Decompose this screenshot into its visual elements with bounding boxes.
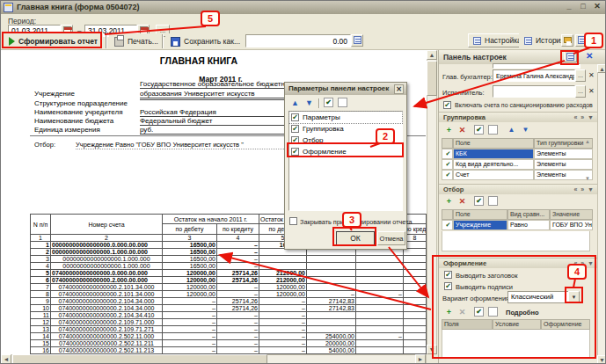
executor-input[interactable] (493, 85, 575, 98)
chevron-down-icon[interactable]: ▼ (568, 291, 580, 303)
cell-amount (404, 284, 427, 291)
grouping-grid[interactable]: ПолеТип группировки✔КБКЭлементы✔Код вида… (442, 138, 593, 180)
check-all-icon[interactable]: ✔ (324, 98, 333, 107)
table-row[interactable]: 1407400000000000000.2.502.11.000–––25400… (31, 333, 427, 340)
cell-amount: 120000,00 (163, 291, 217, 298)
move-up-icon[interactable]: ▲ (289, 98, 301, 109)
uncheck-all-icon[interactable] (488, 196, 498, 206)
item-checkbox[interactable]: ✔ (291, 125, 299, 133)
scroll-left-icon[interactable]: ◄ (1, 354, 11, 364)
show-signs-checkbox[interactable]: ✔ (444, 282, 452, 290)
chief-clear-icon[interactable]: ✕ (588, 71, 595, 79)
uncheck-all-icon[interactable] (488, 307, 498, 317)
add-icon[interactable]: + (443, 196, 455, 207)
grouping-row[interactable]: ✔КБКЭлементы (442, 149, 593, 159)
move-down-icon[interactable]: ▼ (520, 125, 531, 136)
delete-icon[interactable]: ✕ (456, 196, 468, 207)
cell-amount (356, 326, 404, 333)
chief-select-button[interactable]: ... (575, 69, 586, 82)
table-row[interactable]: 807400000000000000.2.101.34.000120000,00… (31, 291, 427, 298)
mail-icon[interactable] (561, 34, 573, 47)
table-row[interactable]: 1007400000000000000.2.104.34.000–25714,2… (31, 305, 427, 312)
table-row[interactable]: 1207400000000000000.2.109.71.000––– (31, 319, 427, 326)
close-button[interactable]: ✕ (591, 2, 603, 12)
check-all-icon[interactable]: ✔ (474, 196, 484, 206)
section-buttons-icon[interactable]: « » ▼ (573, 113, 595, 123)
executor-clear-icon[interactable]: ✕ (588, 87, 595, 95)
cell-amount (307, 270, 356, 277)
cell-amount (404, 333, 427, 340)
table-row[interactable]: 507400000000000000.0.000.00.000120000,00… (31, 270, 427, 277)
calculator-button[interactable] (351, 34, 363, 47)
check-all-icon[interactable]: ✔ (474, 125, 484, 135)
check-all-icon[interactable]: ✔ (474, 307, 484, 317)
table-row[interactable]: 907400000000000000.2.104.34.000–25714,26… (31, 298, 427, 305)
cell-amount: 27142,83 (307, 305, 356, 312)
table-row[interactable]: 1507400000000000000.2.502.11.211–––20000… (31, 340, 427, 347)
generate-report-button[interactable]: Сформировать отчет (4, 33, 103, 49)
cell-amount: – (217, 249, 259, 256)
dialog-close-icon[interactable]: ✕ (394, 84, 404, 94)
amount-input[interactable]: 0.00 (245, 34, 351, 47)
print-button[interactable]: Печать... (109, 33, 164, 49)
add-icon[interactable]: + (443, 307, 455, 318)
close-on-generate-checkbox[interactable] (289, 217, 297, 225)
filter-row[interactable]: ✔УчреждениеРавноГОБУ ВПО Уни... (442, 220, 593, 230)
item-checkbox[interactable]: ✔ (291, 148, 299, 156)
scroll-right-icon[interactable]: ► (415, 354, 426, 364)
move-up-icon[interactable]: ▲ (506, 125, 517, 136)
settings-button[interactable]: Настройка (468, 33, 527, 47)
filter-grid[interactable]: ПолеВид сравн...Значение✔УчреждениеРавно… (442, 209, 593, 230)
move-down-icon[interactable]: ▼ (303, 98, 315, 109)
add-icon[interactable]: + (443, 125, 455, 136)
scroll-down-icon[interactable]: ▼ (597, 355, 606, 364)
table-row[interactable]: 607400000000000000.2.000.00.000120000,00… (31, 277, 427, 284)
vscroll-thumb[interactable] (427, 61, 437, 96)
cell-amount (404, 319, 427, 326)
item-checkbox[interactable]: ✔ (291, 136, 299, 144)
grouping-row[interactable]: ✔СчетЭлементы (442, 170, 593, 180)
grid-scroll-down-icon[interactable]: ▼ (585, 176, 590, 181)
minimize-button[interactable]: _ (563, 2, 575, 12)
cell-amount: – (259, 340, 307, 347)
ok-button[interactable]: ОК (336, 231, 375, 245)
cell-account: 07400000000000000.2.109.71.000 (51, 319, 163, 326)
table-row[interactable]: 1107400000000000000.2.104.34.410––– (31, 312, 427, 319)
table-row[interactable]: 707400000000000000.2.101.34.000120000,00… (31, 284, 427, 291)
section-grouping-header[interactable]: Группировка« » ▼ (439, 112, 597, 122)
cell-amount: 54000,00 (307, 347, 356, 354)
design-variant-combo[interactable]: Классический (507, 291, 569, 303)
scroll-down-icon[interactable]: ▼ (427, 345, 437, 354)
delete-icon[interactable]: ✕ (456, 125, 468, 136)
table-row[interactable]: 400000000000000000.1.000.00016500,00– (31, 263, 427, 270)
panel-settings-icon[interactable] (564, 51, 577, 62)
table-row[interactable]: 300000000000000000.1.000.00016500,00– (31, 256, 427, 263)
executor-select-button[interactable]: ... (575, 85, 586, 98)
uncheck-all-icon[interactable] (488, 125, 498, 135)
table-row[interactable]: 1307400000000000000.2.109.71.271––– (31, 326, 427, 333)
section-buttons-icon[interactable]: « » ▼ (573, 185, 595, 195)
chief-accountant-input[interactable]: Еремина Галина Александровн (493, 69, 575, 82)
item-checkbox[interactable]: ✔ (291, 113, 299, 121)
panel-scrollbar[interactable] (597, 64, 606, 364)
show-header-checkbox[interactable]: ✔ (444, 271, 452, 279)
hscroll-thumb[interactable] (12, 354, 267, 364)
dialog-section-list[interactable]: ✔Параметры✔Группировка✔Отбор✔Оформление (288, 111, 403, 211)
dialog-item-1[interactable]: ✔Параметры (289, 112, 402, 123)
scroll-up-icon[interactable]: ▲ (597, 64, 606, 73)
grid-scroll-up-icon[interactable]: ▲ (585, 139, 590, 144)
include-accounts-checkbox[interactable]: ✔ (443, 101, 451, 109)
details-button[interactable]: Подробно (506, 309, 539, 317)
table-row[interactable]: 1607400000000000000.2.502.11.213–––54000… (31, 347, 427, 354)
cancel-button[interactable]: Отмена (377, 231, 405, 245)
section-filter-header[interactable]: Отбор« » ▼ (439, 184, 597, 194)
dialog-item-4[interactable]: ✔Оформление (289, 146, 402, 157)
scroll-up-icon[interactable]: ▲ (427, 50, 437, 60)
uncheck-all-icon[interactable] (338, 98, 347, 107)
restore-button[interactable]: □ (577, 2, 589, 12)
cell-amount (307, 319, 356, 326)
save-as-button[interactable]: Сохранить как... (165, 33, 245, 49)
panel-close-icon[interactable]: ✕ (586, 51, 593, 61)
grouping-row[interactable]: ✔Код вида деятельно...Элементы (442, 159, 593, 170)
cell-amount (404, 340, 427, 347)
